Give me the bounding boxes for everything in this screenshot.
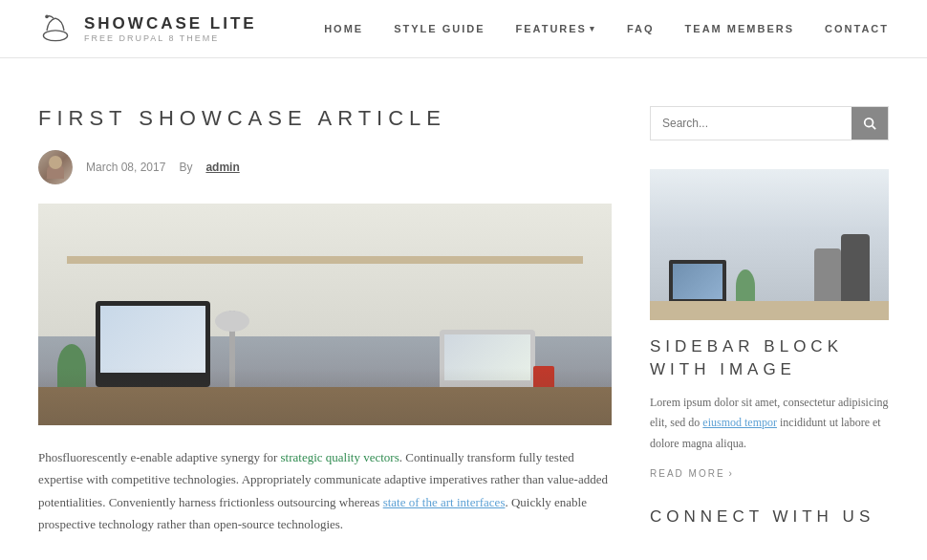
brand-icon [38,11,73,46]
article-date: March 08, 2017 [86,161,165,174]
shelf [67,256,583,264]
page-content: FIRST SHOWCASE ARTICLE March 08, 2017 By… [0,58,927,560]
nav-link-style-guide[interactable]: STYLE GUIDE [394,23,485,34]
laptop-screen [444,334,530,380]
desk-surface [38,387,612,425]
laptop [440,330,535,392]
article-meta: March 08, 2017 By admin [38,150,612,184]
lamp [229,311,235,387]
article-image [38,204,612,425]
nav-link-home[interactable]: HOME [324,23,363,34]
read-more-link[interactable]: READ MORE › [650,468,734,479]
search-icon [863,117,876,130]
mug [533,366,554,391]
avatar-image [38,150,73,184]
svg-point-1 [45,15,49,19]
article-author[interactable]: admin [205,161,239,174]
sb-person1 [841,234,870,311]
nav-item-team-members[interactable]: TEAM MEMBERS [685,21,794,36]
nav-link-faq[interactable]: FAQ [627,23,655,34]
nav-links: HOME STYLE GUIDE Features ▾ FAQ TEAM MEM… [324,21,889,36]
lamp-shade [215,311,249,332]
sb-desk [650,301,889,320]
nav-link-features[interactable]: Features ▾ [515,23,595,34]
navbar: SHOWCASE LITE FREE DRUPAL 8 THEME HOME S… [0,0,927,58]
chevron-right-icon: › [729,468,734,479]
nav-item-features[interactable]: Features ▾ [515,23,595,34]
connect-heading: CONNECT WITH US [650,507,889,527]
nav-item-faq[interactable]: FAQ [627,21,655,36]
nav-item-home[interactable]: HOME [324,21,363,36]
nav-item-contact[interactable]: CONTACT [825,21,889,36]
main-content: FIRST SHOWCASE ARTICLE March 08, 2017 By… [38,106,612,536]
monitor [96,301,210,387]
svg-point-0 [43,31,67,41]
monitor-stand [143,387,162,401]
article-body-link[interactable]: state of the art interfaces [383,495,506,509]
brand-name: SHOWCASE LITE [84,14,257,33]
search-box [650,106,889,140]
sidebar-block-image [650,169,889,320]
plant [57,344,86,392]
nav-item-style-guide[interactable]: STYLE GUIDE [394,21,485,36]
svg-point-2 [865,118,873,127]
nav-link-team-members[interactable]: TEAM MEMBERS [685,23,794,34]
brand-logo[interactable]: SHOWCASE LITE FREE DRUPAL 8 THEME [38,11,257,46]
article-body: Phosfluorescently e-enable adaptive syne… [38,446,612,536]
chevron-down-icon: ▾ [590,24,596,33]
sb-monitor [669,260,726,303]
search-button[interactable] [852,107,888,140]
nav-link-contact[interactable]: CONTACT [825,23,889,34]
sidebar: SIDEBAR BLOCK WITH IMAGE Lorem ipsum dol… [650,106,889,536]
sidebar-block-text: Lorem ipsum dolor sit amet, consectetur … [650,393,889,455]
sb-plant [736,269,755,303]
search-input[interactable] [651,107,852,140]
article-title: FIRST SHOWCASE ARTICLE [38,106,612,131]
svg-line-3 [873,126,876,130]
monitor-screen [100,306,205,373]
sidebar-scene [650,169,889,320]
article-by: By [179,161,192,174]
sb-monitor-screen [673,264,722,299]
desk-scene [38,204,612,425]
avatar [38,150,73,184]
brand-sub: FREE DRUPAL 8 THEME [84,33,257,43]
sidebar-body-link[interactable]: eiusmod tempor [702,416,777,429]
sidebar-block-title: SIDEBAR BLOCK WITH IMAGE [650,335,889,381]
